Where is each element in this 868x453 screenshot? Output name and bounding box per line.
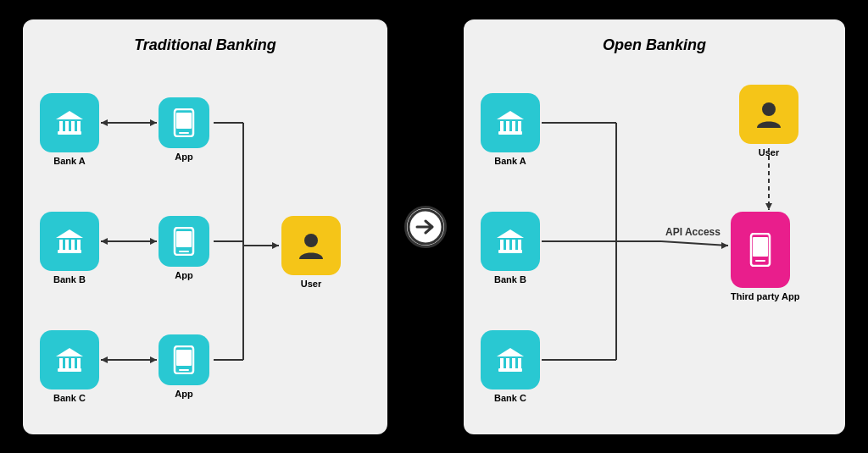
traditional-arrows [40,68,362,423]
open-arrows: API Access [481,68,820,423]
main-container: Traditional Banking Bank A [23,19,845,434]
svg-line-71 [661,241,728,246]
traditional-title: Traditional Banking [40,36,370,54]
traditional-diagram: Bank A Bank B [40,68,362,423]
open-banking-box: Open Banking Bank A [464,19,845,434]
svg-marker-33 [150,238,157,245]
svg-text:API Access: API Access [665,226,721,238]
svg-marker-75 [765,203,772,210]
svg-marker-32 [101,238,108,245]
svg-marker-72 [721,242,728,249]
svg-marker-29 [101,119,108,126]
traditional-banking-box: Traditional Banking Bank A [23,19,387,434]
arrow-circle-icon [407,208,444,246]
svg-marker-30 [150,119,157,126]
svg-marker-36 [150,356,157,363]
svg-marker-42 [272,242,279,249]
open-title: Open Banking [481,36,828,54]
open-diagram: Bank A Bank B [481,68,820,423]
svg-marker-35 [101,356,108,363]
transition-arrow [404,206,447,248]
